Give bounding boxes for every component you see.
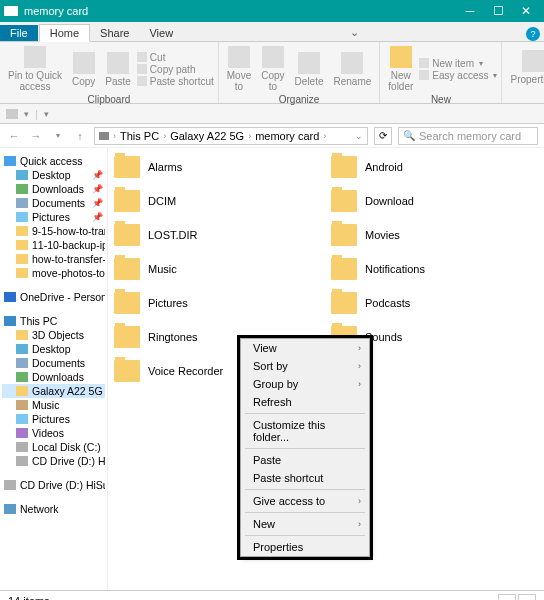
ctx-sort-by[interactable]: Sort by› xyxy=(241,357,369,375)
tree-item[interactable]: 3D Objects xyxy=(2,328,105,342)
tree-item[interactable]: Galaxy A22 5G xyxy=(2,384,105,398)
folder-item[interactable]: Android xyxy=(331,156,538,178)
ribbon-group-open: Properties Open Edit History Open xyxy=(502,42,544,103)
ctx-paste[interactable]: Paste xyxy=(241,451,369,469)
minimize-button[interactable]: ─ xyxy=(456,2,484,20)
tree-item[interactable]: Local Disk (C:) xyxy=(2,440,105,454)
tab-file[interactable]: File xyxy=(0,25,38,41)
ctx-properties[interactable]: Properties xyxy=(241,538,369,556)
tree-this-pc[interactable]: This PC xyxy=(2,314,105,328)
maximize-button[interactable]: ☐ xyxy=(484,2,512,20)
crumb-device[interactable]: Galaxy A22 5G xyxy=(170,130,244,142)
tree-item[interactable]: Downloads📌 xyxy=(2,182,105,196)
large-icons-view-button[interactable] xyxy=(518,594,536,601)
item-count: 14 items xyxy=(8,595,50,601)
crumb-thispc[interactable]: This PC xyxy=(120,130,159,142)
tree-item[interactable]: Downloads xyxy=(2,370,105,384)
group-label: Open xyxy=(506,90,544,101)
tab-view[interactable]: View xyxy=(139,25,183,41)
move-to-button[interactable]: Move to xyxy=(223,44,255,94)
tree-item[interactable]: 9-15-how-to-transfer-p xyxy=(2,224,105,238)
tree-item[interactable]: Pictures📌 xyxy=(2,210,105,224)
address-bar: ← → ▾ ↑ › This PC › Galaxy A22 5G › memo… xyxy=(0,124,544,148)
history-dropdown[interactable]: ⌄ xyxy=(355,131,363,141)
paste-shortcut-icon xyxy=(137,76,147,86)
tree-quick-access[interactable]: Quick access xyxy=(2,154,105,168)
folder-item[interactable]: Movies xyxy=(331,224,538,246)
details-view-button[interactable] xyxy=(498,594,516,601)
status-bar: 14 items xyxy=(0,590,544,600)
ribbon-group-new: New folder New item▾ Easy access▾ New xyxy=(380,42,502,103)
refresh-button[interactable]: ⟳ xyxy=(374,127,392,145)
navigation-tree[interactable]: Quick access Desktop📌Downloads📌Documents… xyxy=(0,148,108,590)
close-button[interactable]: ✕ xyxy=(512,2,540,20)
folder-label: Music xyxy=(148,263,177,275)
folder-icon xyxy=(16,414,28,424)
paste-button[interactable]: Paste xyxy=(101,44,135,94)
tree-item[interactable]: Pictures xyxy=(2,412,105,426)
folder-item[interactable]: Alarms xyxy=(114,156,321,178)
copy-path-button[interactable]: Copy path xyxy=(137,64,214,75)
new-item-button[interactable]: New item▾ xyxy=(419,58,497,69)
folder-icon xyxy=(114,292,140,314)
quick-access-toolbar: ▾ | ▾ xyxy=(0,104,544,124)
folder-item[interactable]: Music xyxy=(114,258,321,280)
tree-item[interactable]: how-to-transfer-photo xyxy=(2,252,105,266)
folder-icon xyxy=(331,224,357,246)
folder-item[interactable]: LOST.DIR xyxy=(114,224,321,246)
tree-item[interactable]: 11-10-backup-iphone-t xyxy=(2,238,105,252)
tree-network[interactable]: Network xyxy=(2,502,105,516)
cut-button[interactable]: Cut xyxy=(137,52,214,63)
folder-item[interactable]: Notifications xyxy=(331,258,538,280)
back-button[interactable]: ← xyxy=(6,128,22,144)
tree-item[interactable]: move-photos-to-sd-ca xyxy=(2,266,105,280)
tab-share[interactable]: Share xyxy=(90,25,139,41)
folder-icon[interactable] xyxy=(6,109,18,119)
forward-button[interactable]: → xyxy=(28,128,44,144)
qat-dropdown[interactable]: ▾ xyxy=(24,109,29,119)
folder-label: Podcasts xyxy=(365,297,410,309)
delete-button[interactable]: Delete xyxy=(291,44,328,94)
up-button[interactable]: ↑ xyxy=(72,128,88,144)
ctx-group-by[interactable]: Group by› xyxy=(241,375,369,393)
ctx-new[interactable]: New› xyxy=(241,515,369,533)
tree-item[interactable]: Documents xyxy=(2,356,105,370)
folder-icon xyxy=(16,226,28,236)
folder-item[interactable]: Download xyxy=(331,190,538,212)
tree-item[interactable]: Desktop xyxy=(2,342,105,356)
ctx-view[interactable]: View› xyxy=(241,339,369,357)
rename-button[interactable]: Rename xyxy=(330,44,376,94)
tab-home[interactable]: Home xyxy=(39,24,90,42)
ctx-give-access[interactable]: Give access to› xyxy=(241,492,369,510)
window-title: memory card xyxy=(24,5,456,17)
breadcrumb[interactable]: › This PC › Galaxy A22 5G › memory card … xyxy=(94,127,368,145)
ctx-paste-shortcut[interactable]: Paste shortcut xyxy=(241,469,369,487)
copy-button[interactable]: Copy xyxy=(68,44,99,94)
tree-item[interactable]: Desktop📌 xyxy=(2,168,105,182)
folder-item[interactable]: Podcasts xyxy=(331,292,538,314)
tree-item[interactable]: Videos xyxy=(2,426,105,440)
pin-quick-access-button[interactable]: Pin to Quick access xyxy=(4,44,66,94)
crumb-folder[interactable]: memory card xyxy=(255,130,319,142)
folder-view[interactable]: AlarmsAndroidDCIMDownloadLOST.DIRMoviesM… xyxy=(108,148,544,590)
folder-item[interactable]: Pictures xyxy=(114,292,321,314)
ctx-customize[interactable]: Customize this folder... xyxy=(241,416,369,446)
properties-button[interactable]: Properties xyxy=(506,44,544,90)
tree-onedrive[interactable]: OneDrive - Personal xyxy=(2,290,105,304)
copy-to-button[interactable]: Copy to xyxy=(257,44,288,94)
ribbon-group-organize: Move to Copy to Delete Rename Organize xyxy=(219,42,381,103)
search-input[interactable]: 🔍 Search memory card xyxy=(398,127,538,145)
easy-access-button[interactable]: Easy access▾ xyxy=(419,70,497,81)
help-icon[interactable]: ? xyxy=(526,27,540,41)
folder-item[interactable]: DCIM xyxy=(114,190,321,212)
tree-item[interactable]: CD Drive (D:) HiSuite xyxy=(2,454,105,468)
new-folder-button[interactable]: New folder xyxy=(384,44,417,94)
tree-item[interactable]: Music xyxy=(2,398,105,412)
tree-cd-drive[interactable]: CD Drive (D:) HiSuite xyxy=(2,478,105,492)
paste-shortcut-button[interactable]: Paste shortcut xyxy=(137,76,214,87)
ctx-refresh[interactable]: Refresh xyxy=(241,393,369,411)
qat-overflow[interactable]: ▾ xyxy=(44,109,49,119)
tree-item[interactable]: Documents📌 xyxy=(2,196,105,210)
recent-dropdown[interactable]: ▾ xyxy=(50,128,66,144)
collapse-ribbon-button[interactable]: ⌄ xyxy=(342,24,367,41)
